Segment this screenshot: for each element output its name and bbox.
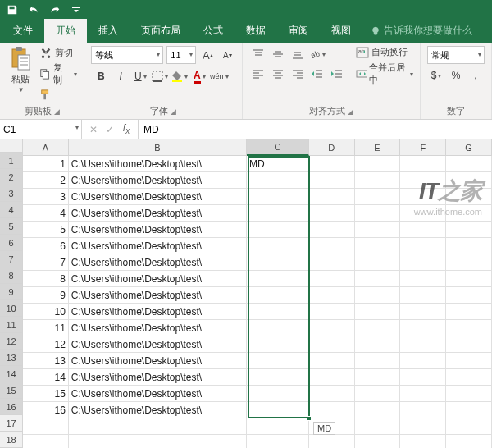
- fx-icon[interactable]: fx: [120, 122, 133, 135]
- cell[interactable]: [446, 238, 492, 254]
- cell[interactable]: [247, 369, 309, 386]
- cell[interactable]: [247, 254, 309, 271]
- cell[interactable]: C:\Users\ithome\Desktop\test\: [69, 238, 247, 254]
- cell[interactable]: 11: [23, 320, 69, 336]
- merge-center-button[interactable]: 合并后居中 ▾: [356, 62, 413, 86]
- cell[interactable]: 2: [23, 172, 69, 189]
- align-center-button[interactable]: [269, 66, 287, 82]
- cell[interactable]: C:\Users\ithome\Desktop\test\: [69, 222, 247, 238]
- wrap-text-button[interactable]: ab 自动换行: [356, 46, 413, 58]
- row-header[interactable]: 13: [0, 350, 22, 366]
- cell[interactable]: [309, 222, 355, 238]
- cell[interactable]: [355, 238, 401, 254]
- cancel-formula-icon[interactable]: ✕: [87, 124, 100, 135]
- cell[interactable]: 4: [23, 205, 69, 222]
- cell[interactable]: [400, 287, 446, 304]
- formula-input[interactable]: [139, 120, 492, 139]
- cell[interactable]: [355, 287, 401, 304]
- cell[interactable]: [446, 287, 492, 304]
- phonetic-button[interactable]: wén▾: [209, 67, 229, 85]
- tab-home[interactable]: 开始: [44, 19, 87, 43]
- cell[interactable]: [247, 386, 309, 402]
- font-color-button[interactable]: A▾: [189, 67, 209, 85]
- cell[interactable]: [446, 222, 492, 238]
- cell[interactable]: [446, 369, 492, 386]
- cell[interactable]: [446, 386, 492, 402]
- tab-page-layout[interactable]: 页面布局: [130, 19, 192, 43]
- cell[interactable]: [400, 386, 446, 402]
- cell[interactable]: C:\Users\ithome\Desktop\test\: [69, 336, 247, 353]
- cell[interactable]: [355, 205, 401, 222]
- align-right-button[interactable]: [289, 66, 307, 82]
- cell[interactable]: [309, 402, 355, 418]
- cell[interactable]: [355, 336, 401, 353]
- row-header[interactable]: 12: [0, 333, 22, 350]
- cell[interactable]: [309, 156, 355, 172]
- row-header[interactable]: 8: [0, 267, 22, 284]
- cell[interactable]: [309, 304, 355, 320]
- percent-format-button[interactable]: %: [447, 67, 465, 84]
- tab-insert[interactable]: 插入: [87, 19, 130, 43]
- cell[interactable]: 6: [23, 238, 69, 254]
- cell[interactable]: [309, 189, 355, 205]
- cell[interactable]: [400, 304, 446, 320]
- cell[interactable]: [400, 402, 446, 418]
- col-header-C[interactable]: C: [247, 139, 309, 156]
- cut-button[interactable]: 剪切: [39, 46, 78, 59]
- cell[interactable]: [446, 304, 492, 320]
- row-header[interactable]: 5: [0, 218, 22, 235]
- cell[interactable]: 7: [23, 254, 69, 271]
- row-header[interactable]: 15: [0, 382, 22, 399]
- chevron-down-icon[interactable]: ▾: [75, 124, 79, 131]
- cell[interactable]: [446, 402, 492, 418]
- cell[interactable]: 14: [23, 369, 69, 386]
- row-header[interactable]: 14: [0, 366, 22, 382]
- save-icon[interactable]: [5, 2, 20, 17]
- row-header[interactable]: 6: [0, 235, 22, 251]
- col-header-A[interactable]: A: [23, 139, 69, 156]
- row-header[interactable]: 18: [0, 432, 22, 448]
- cell[interactable]: [247, 320, 309, 336]
- increase-font-button[interactable]: A▴: [199, 47, 216, 63]
- cell[interactable]: [355, 271, 401, 287]
- number-format-select[interactable]: 常规 ▾: [427, 46, 485, 64]
- cell[interactable]: [446, 435, 492, 448]
- tab-data[interactable]: 数据: [235, 19, 277, 43]
- align-middle-button[interactable]: [269, 46, 287, 62]
- cell[interactable]: [400, 205, 446, 222]
- cell[interactable]: [247, 271, 309, 287]
- cell[interactable]: [355, 435, 401, 448]
- copy-button[interactable]: 复制 ▾: [39, 62, 78, 86]
- cell[interactable]: C:\Users\ithome\Desktop\test\: [69, 172, 247, 189]
- cell[interactable]: [446, 205, 492, 222]
- cell[interactable]: 9: [23, 287, 69, 304]
- font-size-select[interactable]: 11 ▾: [166, 46, 196, 64]
- undo-icon[interactable]: [26, 2, 41, 17]
- tell-me-search[interactable]: 告诉我你想要做什么: [362, 19, 481, 43]
- dialog-launcher-icon[interactable]: ◢: [54, 107, 60, 116]
- cell[interactable]: C:\Users\ithome\Desktop\test\: [69, 304, 247, 320]
- cell[interactable]: [309, 353, 355, 369]
- cell[interactable]: [355, 254, 401, 271]
- cell[interactable]: [446, 156, 492, 172]
- row-header[interactable]: 4: [0, 202, 22, 218]
- cell[interactable]: [400, 336, 446, 353]
- cell[interactable]: [247, 189, 309, 205]
- cell[interactable]: [355, 172, 401, 189]
- cell[interactable]: [309, 238, 355, 254]
- cell[interactable]: C:\Users\ithome\Desktop\test\: [69, 386, 247, 402]
- tab-file[interactable]: 文件: [2, 19, 44, 43]
- spreadsheet-grid[interactable]: 123456789101112131415161718 ABCDEFG 1C:\…: [0, 139, 492, 448]
- cell[interactable]: C:\Users\ithome\Desktop\test\: [69, 189, 247, 205]
- col-header-E[interactable]: E: [355, 139, 401, 156]
- cell[interactable]: [446, 254, 492, 271]
- align-bottom-button[interactable]: [289, 46, 307, 62]
- cell[interactable]: [309, 271, 355, 287]
- cell[interactable]: [400, 238, 446, 254]
- cell[interactable]: [309, 336, 355, 353]
- cell[interactable]: [355, 369, 401, 386]
- cell[interactable]: [247, 304, 309, 320]
- cell[interactable]: [400, 418, 446, 435]
- cell[interactable]: C:\Users\ithome\Desktop\test\: [69, 254, 247, 271]
- cell[interactable]: [247, 238, 309, 254]
